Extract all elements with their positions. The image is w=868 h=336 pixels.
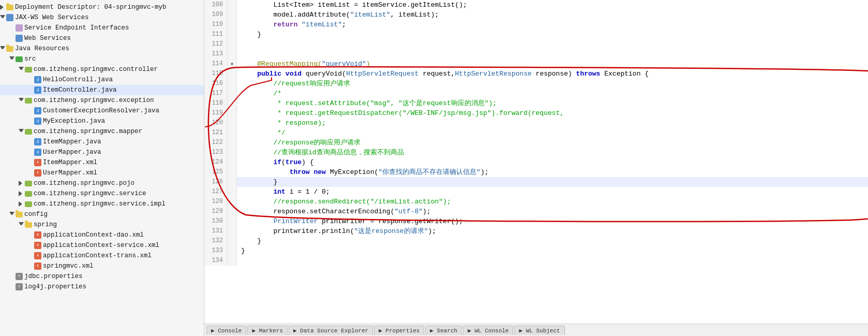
tree-item-appCtx-trans[interactable]: XapplicationContext-trans.xml [0,251,204,261]
tree-item-config[interactable]: config [0,209,204,220]
tree-item-pkg-exception[interactable]: com.itzheng.springmvc.exception [0,95,204,106]
tree-item-UserMapper-java[interactable]: JUserMapper.java [0,147,204,157]
line-number-119: 119 [204,108,228,118]
tree-item-ItemMapper-xml[interactable]: XItemMapper.xml [0,157,204,168]
tree-label-pkg-controller: com.itzheng.springmvc.controller [34,65,158,74]
line-content-126[interactable]: } [237,177,868,187]
tree-item-pkg-controller[interactable]: com.itzheng.springmvc.controller [0,64,204,75]
expand-icon-pkg-service [19,191,24,196]
tree-label-pkg-exception: com.itzheng.springmvc.exception [34,96,154,105]
line-content-131[interactable]: printwriter.println("这是response的请求"); [237,226,868,236]
bottom-tab-3[interactable]: ▶ Properties [374,326,424,335]
bottom-tab-1[interactable]: ▶ Markers [247,326,287,335]
prop-icon-jdbc-props: P [16,273,23,280]
line-content-111[interactable]: } [237,30,868,39]
tree-item-jdbc-props[interactable]: Pjdbc.properties [0,271,204,282]
line-marker-129 [228,207,237,216]
tree-item-CustomerExecptionResolver[interactable]: JCustomerExecptionResolver.java [0,106,204,116]
code-line-133: 133} [204,246,868,256]
tree-item-spring[interactable]: spring [0,220,204,230]
line-content-132[interactable]: } [237,236,868,246]
line-content-125[interactable]: throw new MyException("你查找的商品不存在请确认信息"); [237,167,868,177]
tree-item-pkg-service[interactable]: com.itzheng.springmvc.service [0,188,204,199]
folder-icon-spring [25,222,32,228]
tree-item-appCtx-service[interactable]: XapplicationContext-service.xml [0,240,204,251]
line-number-118: 118 [204,98,228,108]
bottom-tab-4[interactable]: ▶ Search [425,326,462,335]
tree-item-src[interactable]: src [0,54,204,64]
line-content-123[interactable]: //查询根据id查询商品信息，搜索不到商品 [237,148,868,157]
line-content-120[interactable]: * response); [237,118,868,128]
line-number-112: 112 [204,39,228,49]
code-line-132: 132 } [204,236,868,246]
tree-label-pkg-mapper: com.itzheng.springmvc.mapper [34,127,142,136]
tree-item-springmvc-xml[interactable]: Xspringmvc.xml [0,261,204,271]
line-content-129[interactable]: response.setCharacterEncoding("utf-8"); [237,207,868,216]
line-content-119[interactable]: * request.getRequestDispatcher("/WEB-INF… [237,108,868,118]
tree-item-MyException[interactable]: JMyException.java [0,116,204,126]
tree-item-pkg-mapper[interactable]: com.itzheng.springmvc.mapper [0,126,204,137]
tree-item-pkg-pojo[interactable]: com.itzheng.springmvc.pojo [0,178,204,188]
tree-label-appCtx-trans: applicationContext-trans.xml [43,251,152,260]
tree-item-web-services[interactable]: Web Services [0,33,204,43]
bottom-tab-6[interactable]: ▶ WL Subject [514,326,564,335]
line-marker-131 [228,226,237,236]
tree-label-spring: spring [34,220,57,229]
line-content-122[interactable]: //response的响应用户请求 [237,138,868,148]
java-icon-CustomerExecptionResolver: J [34,107,41,114]
code-editor[interactable]: 108 List<Item> itemList = itemService.ge… [204,0,868,336]
code-line-108: 108 List<Item> itemList = itemService.ge… [204,0,868,10]
line-content-110[interactable]: return "itemList"; [237,20,868,30]
tree-label-UserMapper-xml: UserMapper.xml [43,168,97,178]
code-area: 108 List<Item> itemList = itemService.ge… [204,0,868,336]
tree-item-ItemController[interactable]: JItemController.java [0,85,204,95]
tree-item-deployment-desc[interactable]: Deployment Descriptor: 04-springmvc-myb [0,2,204,12]
line-content-121[interactable]: */ [237,128,868,138]
line-content-116[interactable]: //request响应用户请求 [237,79,868,89]
tree-item-jax-ws[interactable]: JAX-WS Web Services [0,12,204,23]
tree-label-MyException: MyException.java [43,116,105,126]
line-content-114[interactable]: @RequestMapping("queryVoid") [237,59,868,69]
line-content-117[interactable]: /* [237,89,868,98]
bottom-tab-2[interactable]: ▶ Data Source Explorer [289,326,373,335]
tree-item-pkg-service-impl[interactable]: com.itzheng.springmvc.service.impl [0,199,204,209]
collapse-icon-config [9,212,14,217]
line-content-127[interactable]: int i = 1 / 0; [237,187,868,197]
line-content-112[interactable] [237,39,868,49]
tree-item-ItemMapper-java[interactable]: JItemMapper.java [0,137,204,147]
line-content-115[interactable]: public void queryVoid(HttpServletRequest… [237,69,868,79]
tree-label-UserMapper-java: UserMapper.java [43,148,101,157]
tree-label-appCtx-dao: applicationContext-dao.xml [43,230,144,240]
collapse-icon-spring [19,222,24,227]
bottom-tab-0[interactable]: ▶ Console [206,326,246,335]
line-content-130[interactable]: PrintWriter printwriter = response.getWr… [237,216,868,226]
tree-label-jax-ws: JAX-WS Web Services [15,13,89,22]
line-marker-126 [228,177,237,187]
line-content-134[interactable] [237,256,868,266]
code-line-110: 110 return "itemList"; [204,20,868,30]
line-content-113[interactable] [237,49,868,59]
tree-item-UserMapper-xml[interactable]: XUserMapper.xml [0,168,204,178]
line-content-108[interactable]: List<Item> itemList = itemService.getIte… [237,0,868,10]
xml-icon-appCtx-service: X [34,242,41,249]
tree-item-appCtx-dao[interactable]: XapplicationContext-dao.xml [0,230,204,240]
line-content-124[interactable]: if(true) { [237,157,868,167]
line-number-121: 121 [204,128,228,138]
tree-item-log4j-props[interactable]: Plog4j.properties [0,282,204,292]
tree-item-java-resources[interactable]: Java Resources [0,43,204,54]
line-content-109[interactable]: model.addAttribute("itemList", itemList)… [237,10,868,20]
line-content-118[interactable]: * request.setAttribute("msg", "这个是reques… [237,98,868,108]
bottom-tab-5[interactable]: ▶ WL Console [463,326,513,335]
tree-item-sei[interactable]: Service Endpoint Interfaces [0,23,204,33]
line-content-128[interactable]: //response.sendRedirect("/itemList.actio… [237,197,868,207]
code-line-111: 111 } [204,30,868,39]
code-line-119: 119 * request.getRequestDispatcher("/WEB… [204,108,868,118]
line-content-133[interactable]: } [237,246,868,256]
code-line-128: 128 //response.sendRedirect("/itemList.a… [204,197,868,207]
line-number-108: 108 [204,0,228,10]
tree-label-log4j-props: log4j.properties [24,282,86,291]
xml-icon-springmvc-xml: X [34,262,41,270]
collapse-icon-jax-ws [0,15,5,20]
tree-item-HelloControll[interactable]: JHelloControll.java [0,75,204,85]
file-tree[interactable]: Deployment Descriptor: 04-springmvc-mybJ… [0,0,204,336]
